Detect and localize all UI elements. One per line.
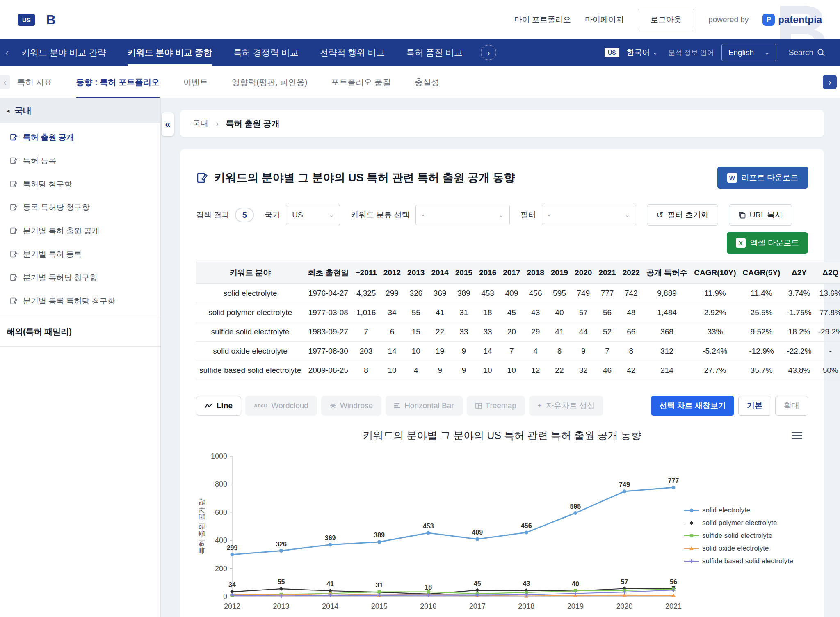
table-header[interactable]: CAGR(5Y)	[740, 262, 784, 284]
analysis-language-select[interactable]: English⌄	[721, 44, 776, 61]
mainnav-tab[interactable]: 전략적 행위 비교	[320, 39, 385, 66]
nav-more-button[interactable]: ›	[481, 45, 496, 60]
sidebar-item[interactable]: 특허 등록	[0, 149, 160, 172]
logo[interactable]: B	[46, 12, 56, 27]
table-header[interactable]: Δ2Y	[783, 262, 815, 284]
table-header[interactable]: 2015	[452, 262, 476, 284]
collapse-triangle-icon: ◂	[7, 107, 9, 114]
sidebar-item[interactable]: 분기별 등록 특허당 청구항	[0, 289, 160, 313]
value-cell: -	[815, 342, 840, 361]
table-header[interactable]: 2014	[428, 262, 452, 284]
svg-text:777: 777	[668, 477, 679, 484]
chart-tab-windrose[interactable]: Windrose	[321, 396, 381, 416]
svg-text:2017: 2017	[469, 602, 486, 610]
subnav-tab[interactable]: 이벤트	[183, 66, 208, 98]
report-download-button[interactable]: W 리포트 다운로드	[717, 167, 808, 189]
subnav-tab[interactable]: 포트폴리오 품질	[331, 66, 391, 98]
excel-download-button[interactable]: X 엑셀 다운로드	[727, 232, 808, 254]
reset-filter-button[interactable]: ↺ 필터 초기화	[647, 204, 718, 226]
document-edit-icon	[10, 157, 18, 165]
sidebar-item[interactable]: 분기별 특허 출원 공개	[0, 219, 160, 242]
table-header[interactable]: 2020	[571, 262, 595, 284]
chart-tab-custom-chart[interactable]: +자유차트 생성	[529, 396, 603, 416]
chart-menu-icon[interactable]	[792, 430, 802, 441]
my-portfolio-link[interactable]: 마이 포트폴리오	[514, 14, 571, 25]
subnav-tab[interactable]: 영향력(평판, 피인용)	[232, 66, 307, 98]
table-header[interactable]: 공개 특허수	[643, 262, 691, 284]
chart-tab-wordcloud[interactable]: AbcDWordcloud	[245, 396, 317, 416]
sidebar-item[interactable]: 등록 특허당 청구항	[0, 196, 160, 219]
value-cell: 45	[500, 303, 523, 322]
value-cell: 35.7%	[740, 361, 784, 380]
nav-left-chevron-icon[interactable]: ‹	[2, 46, 11, 59]
chart-tab-line[interactable]: Line	[196, 396, 241, 416]
sidebar-item[interactable]: 특허당 청구항	[0, 172, 160, 196]
value-cell: -5.24%	[691, 342, 739, 361]
subnav-tab[interactable]: 특허 지표	[17, 66, 52, 98]
sidebar-item[interactable]: 특허 출원 공개	[0, 126, 160, 149]
table-header[interactable]: Δ2Q	[815, 262, 840, 284]
legend-item[interactable]: solid polymer electrolyte	[684, 519, 807, 527]
logout-button[interactable]: 로그아웃	[638, 9, 694, 30]
table-header[interactable]: 2021	[595, 262, 619, 284]
sidebar-item[interactable]: 분기별 특허당 청구항	[0, 266, 160, 289]
legend-item[interactable]: solid electrolyte	[684, 506, 807, 514]
svg-text:2012: 2012	[224, 602, 240, 610]
table-header[interactable]: 2016	[476, 262, 500, 284]
table-header[interactable]: 최초 출현일	[304, 262, 352, 284]
copy-url-button[interactable]: URL 복사	[729, 204, 792, 226]
country-select[interactable]: US⌄	[286, 205, 340, 225]
legend-item[interactable]: sulfide based solid electrolyte	[684, 557, 807, 565]
patentpia-logo[interactable]: P patentpia	[762, 14, 822, 26]
legend-item[interactable]: sulfide solid electrolyte	[684, 532, 807, 540]
svg-text:369: 369	[325, 535, 336, 542]
sidebar-section-domestic[interactable]: ◂ 국내	[0, 98, 160, 123]
chart-zoom-button[interactable]: 확대	[775, 396, 808, 416]
chevron-down-icon: ⌄	[765, 49, 769, 56]
value-cell: 14	[476, 342, 500, 361]
table-header[interactable]: 2017	[500, 262, 523, 284]
table-header[interactable]: 2022	[619, 262, 643, 284]
table-header[interactable]: 2018	[524, 262, 548, 284]
legend-item[interactable]: solid oxide electrolyte	[684, 544, 807, 553]
legend-label: sulfide based solid electrolyte	[702, 557, 793, 565]
table-header[interactable]: CAGR(10Y)	[691, 262, 739, 284]
chart-tab-treemap[interactable]: Treemap	[467, 396, 525, 416]
mainnav-tab[interactable]: 특허 경쟁력 비교	[233, 39, 299, 66]
search-box[interactable]: Search	[789, 48, 825, 57]
mainnav-tab[interactable]: 키워드 분야 비교 간략	[21, 39, 106, 66]
table-header[interactable]: 2019	[548, 262, 571, 284]
table-header[interactable]: 키워드 분야	[196, 262, 304, 284]
mainnav-right: US 한국어⌄ 분석 정보 언어 English⌄ Search	[605, 44, 840, 61]
chart-default-button[interactable]: 기본	[738, 396, 771, 416]
chart-tab-horizontal-bar[interactable]: Horizontal Bar	[386, 396, 462, 416]
subnav-tab[interactable]: 동향 : 특허 포트폴리오	[76, 66, 160, 98]
filter-select[interactable]: -⌄	[542, 205, 636, 225]
mainnav-tab[interactable]: 키워드 분야 비교 종합	[128, 39, 212, 66]
keyword-class-select-value: -	[422, 210, 424, 219]
sidebar-item[interactable]: 분기별 특허 등록	[0, 242, 160, 266]
value-cell: 25.5%	[740, 303, 784, 322]
subnav-tab[interactable]: 충실성	[415, 66, 439, 98]
mainnav-tab[interactable]: 특허 품질 비교	[406, 39, 463, 66]
svg-text:45: 45	[474, 580, 481, 587]
keyword-class-select[interactable]: -⌄	[415, 205, 510, 225]
svg-text:595: 595	[570, 503, 581, 510]
table-header[interactable]: 2012	[380, 262, 404, 284]
sidebar-item-label: 분기별 특허 등록	[23, 249, 82, 260]
subnav-right-chevron-icon[interactable]: ›	[823, 75, 837, 89]
value-cell: 9.52%	[740, 322, 784, 342]
line-chart[interactable]: 0200400600800100020122013201420152016201…	[196, 446, 684, 617]
my-page-link[interactable]: 마이페이지	[585, 14, 624, 25]
subnav-left-chevron-icon[interactable]: ‹	[0, 75, 10, 89]
table-header[interactable]: ~2011	[352, 262, 380, 284]
value-cell: 33	[476, 322, 500, 342]
ui-language-select[interactable]: 한국어⌄	[627, 47, 658, 58]
breadcrumb-root[interactable]: 국내	[193, 118, 208, 129]
sidebar-section-overseas[interactable]: 해외(특허 패밀리)	[0, 317, 160, 347]
table-row: solid electrolyte1976-04-274,32529932636…	[196, 284, 840, 303]
sidebar-collapse-button[interactable]: «	[162, 112, 174, 136]
open-chart-new-window-button[interactable]: 선택 차트 새창보기	[651, 396, 734, 416]
svg-text:0: 0	[223, 592, 227, 601]
table-header[interactable]: 2013	[404, 262, 428, 284]
